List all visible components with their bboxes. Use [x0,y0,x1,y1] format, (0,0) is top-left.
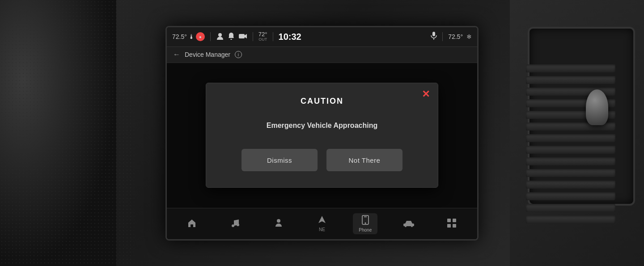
svg-rect-17 [447,224,451,228]
car-interior: 72.5° 🌡 ● [0,0,644,266]
apps-icon [447,218,457,229]
vent-frame [528,27,635,206]
status-bar: 72.5° 🌡 ● [167,27,477,47]
page-title: Device Manager [185,51,230,58]
caution-dialog: ✕ CAUTION Emergency Vehicle Approaching … [206,83,438,188]
temp-out-group: 72° OUT [258,31,267,42]
vent-slat [526,146,615,154]
temp-right-value: 72.5° [448,33,463,40]
phone-icon [361,215,369,226]
fan-icon: 🌡 [188,33,195,40]
bell-icon [228,32,235,42]
bottom-nav: NE Phone [167,208,477,239]
snowflake-icon: ❄ [466,33,472,40]
vent-slat [526,76,615,84]
divider-2 [253,32,253,41]
svg-point-0 [218,33,222,37]
vent-slat [526,64,615,72]
home-icon [187,218,197,229]
vent-slat [526,215,615,224]
svg-rect-1 [239,34,245,38]
screen-content: ✕ CAUTION Emergency Vehicle Approaching … [167,63,477,208]
time-group: 10:32 [279,32,301,42]
nav-music[interactable] [223,218,248,229]
vehicle-icon [403,219,415,228]
svg-rect-3 [432,32,435,36]
svg-point-5 [232,224,234,227]
phone-label: Phone [359,228,372,232]
nav-passenger[interactable] [267,218,291,229]
vent-slats [526,64,615,221]
bell-icon-group [228,32,235,42]
dialog-message: Emergency Vehicle Approaching [224,120,420,131]
mic-icon [431,31,437,42]
nav-apps[interactable] [440,218,464,229]
svg-rect-16 [453,219,456,222]
time-display: 10:32 [279,32,301,42]
back-button[interactable]: ← [173,51,180,59]
header-bar: ← Device Manager i [167,47,477,63]
svg-point-13 [405,225,407,227]
svg-rect-15 [447,219,451,222]
status-bar-right: 72.5° ❄ [431,31,472,42]
nav-navigation[interactable]: NE [309,215,334,232]
dialog-overlay: ✕ CAUTION Emergency Vehicle Approaching … [167,63,477,208]
dialog-title: CAUTION [224,97,420,106]
svg-marker-8 [318,216,326,223]
dismiss-button[interactable]: Dismiss [242,149,318,171]
dialog-buttons: Dismiss Not There [224,149,420,171]
profile-icon-group [216,32,224,42]
temp-left-value: 72.5° [172,33,187,40]
vent-slat [526,134,615,142]
gear-knob [586,89,608,125]
svg-point-11 [364,222,366,224]
right-panel-bg [510,0,644,266]
vent-slat [526,157,615,165]
not-there-button[interactable]: Not There [326,149,402,171]
nav-vehicle[interactable] [396,219,421,228]
nav-arrow-icon [318,215,326,226]
vent-slat [526,169,615,177]
leather-texture [0,0,134,266]
status-indicator-red: ● [196,32,205,41]
svg-point-6 [237,224,239,226]
passenger-icon [274,218,284,229]
nav-direction-label: NE [319,227,325,232]
svg-marker-2 [245,34,247,38]
camera-icon [238,33,247,41]
infotainment-screen: 72.5° 🌡 ● [165,26,479,241]
divider-3 [273,32,273,41]
svg-point-14 [411,225,413,227]
divider-1 [210,32,211,41]
temp-out-sub: OUT [258,38,267,42]
nav-phone[interactable]: Phone [353,213,377,234]
vent-slat [526,204,615,212]
nav-home[interactable] [180,218,204,229]
divider-4 [442,32,443,41]
svg-point-7 [277,219,280,223]
info-icon: i [235,51,242,58]
temp-out-value: 72° [258,31,267,38]
temp-left-group: 72.5° 🌡 ● [172,32,205,41]
profile-icon [216,32,224,42]
vent-slat [526,181,615,189]
vent-slat [526,192,615,200]
svg-rect-18 [453,224,456,228]
music-icon [231,218,240,229]
close-button[interactable]: ✕ [422,89,430,99]
camera-icon-group [238,33,247,41]
